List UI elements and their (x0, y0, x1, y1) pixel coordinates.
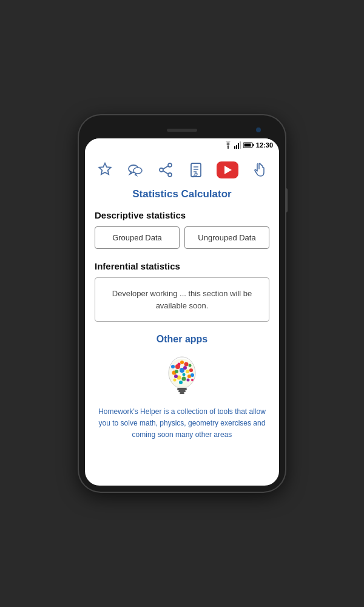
bulb-container (85, 351, 279, 406)
svg-rect-15 (191, 163, 201, 177)
app-title: Statistics Calculator (85, 186, 279, 208)
descriptive-heading: Descriptive statistics (85, 208, 279, 226)
status-icons: 12:30 (224, 141, 273, 149)
svg-line-14 (163, 171, 168, 174)
svg-point-26 (189, 368, 193, 372)
svg-point-44 (178, 363, 181, 366)
svg-point-35 (189, 364, 192, 367)
svg-point-32 (174, 379, 177, 382)
wifi-status-icon (224, 141, 232, 149)
status-time: 12:30 (256, 141, 273, 149)
svg-point-0 (228, 148, 229, 149)
signal-status-icon (234, 141, 241, 149)
star-icon[interactable] (95, 160, 115, 180)
svg-point-10 (168, 163, 172, 167)
svg-rect-7 (244, 144, 251, 147)
toolbar-row (85, 152, 279, 186)
svg-rect-2 (236, 145, 237, 149)
phone-screen: 12:30 (85, 138, 279, 486)
svg-rect-6 (252, 144, 254, 146)
svg-point-12 (168, 173, 172, 177)
svg-point-28 (180, 361, 184, 364)
inferential-message: Developer working ... this section will … (112, 289, 252, 310)
svg-point-34 (175, 370, 178, 373)
svg-rect-4 (240, 141, 241, 149)
phone-frame: 12:30 (79, 115, 285, 492)
grouped-data-button[interactable]: Grouped Data (95, 226, 180, 249)
svg-rect-22 (180, 392, 184, 394)
screen-content: Statistics Calculator Descriptive statis… (85, 152, 279, 486)
svg-point-33 (182, 377, 186, 381)
svg-point-42 (179, 381, 183, 384)
svg-point-43 (183, 373, 186, 376)
share-icon[interactable] (156, 160, 175, 180)
youtube-icon[interactable] (217, 161, 238, 178)
svg-point-37 (171, 365, 175, 368)
status-bar: 12:30 (85, 138, 279, 152)
ungrouped-data-button[interactable]: Ungrouped Data (184, 226, 269, 249)
document-icon[interactable] (186, 160, 206, 180)
svg-point-39 (183, 366, 187, 370)
svg-rect-21 (178, 390, 186, 392)
svg-point-9 (133, 168, 142, 174)
svg-line-13 (163, 166, 168, 169)
chat-icon[interactable] (126, 160, 145, 180)
svg-point-19 (195, 173, 197, 175)
phone-top-bar (85, 121, 279, 138)
inferential-heading: Inferential statistics (85, 259, 279, 277)
battery-status-icon (243, 141, 254, 149)
other-apps-title: Other apps (85, 331, 279, 351)
svg-point-11 (160, 168, 163, 172)
svg-point-40 (174, 375, 178, 378)
svg-point-25 (184, 362, 189, 367)
svg-rect-3 (238, 143, 239, 149)
bulb-icon (161, 353, 203, 399)
other-apps-description: Homework's Helper is a collection of too… (85, 406, 279, 441)
phone-camera (256, 127, 261, 132)
data-buttons-row: Grouped Data Ungrouped Data (85, 226, 279, 259)
svg-rect-20 (177, 388, 187, 390)
inferential-message-box: Developer working ... this section will … (95, 277, 269, 322)
touch-icon[interactable] (249, 160, 269, 180)
svg-point-31 (186, 370, 189, 373)
phone-speaker (167, 129, 197, 132)
svg-rect-1 (234, 146, 235, 149)
youtube-play-triangle (224, 166, 232, 174)
svg-point-38 (190, 373, 194, 377)
svg-point-41 (187, 379, 190, 382)
power-button (285, 188, 288, 212)
